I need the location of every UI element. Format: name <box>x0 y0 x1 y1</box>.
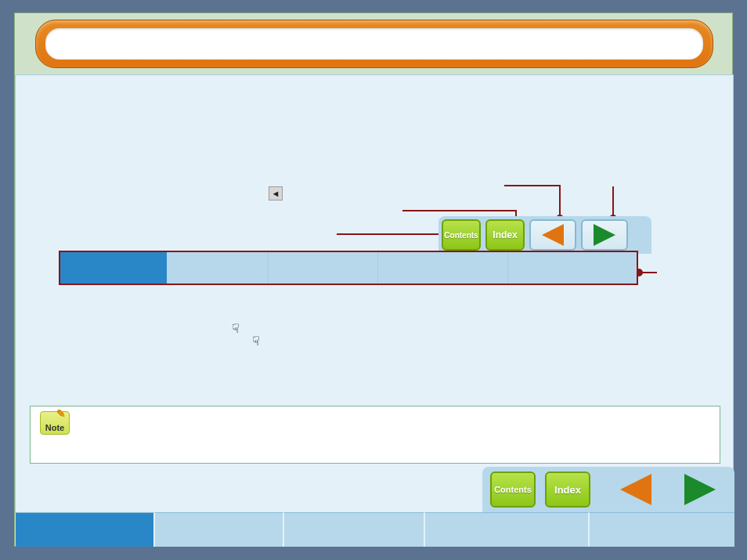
index-button[interactable]: Index <box>545 471 590 508</box>
bottom-nav: Contents Index <box>482 467 734 512</box>
note-badge: Note <box>40 411 70 435</box>
callout-line <box>402 210 517 211</box>
prev-button[interactable] <box>620 474 651 505</box>
back-icon-button[interactable]: ◄ <box>269 186 283 201</box>
hand-cursor-icon: ☟ <box>232 321 240 336</box>
bottom-tabbar <box>16 512 734 547</box>
next-button-small[interactable] <box>581 219 628 251</box>
bottom-tab[interactable] <box>425 512 590 547</box>
title-field <box>45 28 703 60</box>
callout-line <box>612 186 614 218</box>
bottom-tab[interactable] <box>155 512 284 547</box>
index-button-small[interactable]: Index <box>485 219 525 251</box>
bottom-tab[interactable] <box>16 512 155 547</box>
diagram-nav-group: Contents Index <box>438 216 651 254</box>
note-panel: Note <box>30 406 720 464</box>
hand-cursor-icon: ☟ <box>252 334 260 349</box>
prev-button-small[interactable] <box>529 219 576 251</box>
callout-line <box>641 272 657 273</box>
title-bar <box>35 20 713 68</box>
next-button[interactable] <box>684 474 716 505</box>
callout-line <box>504 185 561 186</box>
callout-line <box>559 185 561 218</box>
contents-button-small[interactable]: Contents <box>442 219 481 251</box>
bottom-tab[interactable] <box>284 512 425 547</box>
callout-line <box>337 233 445 235</box>
bottom-tab[interactable] <box>590 512 734 547</box>
content-area: ◄ Contents Index <box>15 74 734 513</box>
outer-frame: ◄ Contents Index <box>14 13 733 547</box>
contents-button[interactable]: Contents <box>490 471 536 508</box>
arrow-right-icon <box>594 224 615 246</box>
arrow-left-icon <box>542 224 564 246</box>
diagram-tabbar-outline <box>59 251 638 285</box>
